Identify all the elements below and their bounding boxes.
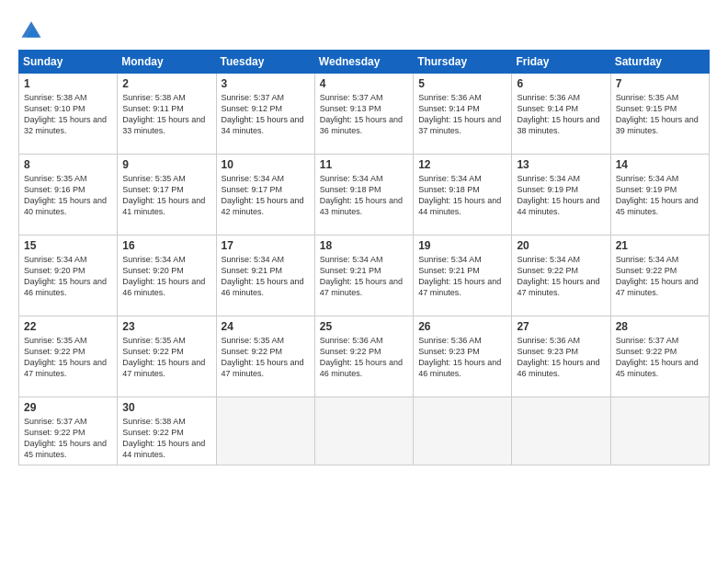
day-number: 6 [517,77,605,90]
day-number: 16 [122,239,210,252]
day-info: Sunrise: 5:34 AMSunset: 9:19 PMDaylight:… [616,173,704,218]
day-info: Sunrise: 5:36 AMSunset: 9:22 PMDaylight:… [320,335,408,380]
day-info: Sunrise: 5:36 AMSunset: 9:23 PMDaylight:… [418,335,506,380]
day-info: Sunrise: 5:34 AMSunset: 9:19 PMDaylight:… [517,173,605,218]
calendar-cell: 25Sunrise: 5:36 AMSunset: 9:22 PMDayligh… [314,316,413,397]
calendar-cell [314,397,413,465]
day-number: 28 [616,320,704,333]
day-number: 22 [24,320,112,333]
calendar-cell: 12Sunrise: 5:34 AMSunset: 9:18 PMDayligh… [414,155,512,236]
day-info: Sunrise: 5:35 AMSunset: 9:22 PMDaylight:… [24,335,112,380]
page: SundayMondayTuesdayWednesdayThursdayFrid… [0,0,728,563]
calendar-cell: 28Sunrise: 5:37 AMSunset: 9:22 PMDayligh… [610,316,709,397]
calendar-cell: 22Sunrise: 5:35 AMSunset: 9:22 PMDayligh… [19,316,118,397]
day-info: Sunrise: 5:34 AMSunset: 9:17 PMDaylight:… [222,173,310,218]
weekday-header-row: SundayMondayTuesdayWednesdayThursdayFrid… [19,51,710,74]
calendar-cell: 3Sunrise: 5:37 AMSunset: 9:12 PMDaylight… [216,74,314,155]
day-number: 2 [122,77,210,90]
calendar-cell: 17Sunrise: 5:34 AMSunset: 9:21 PMDayligh… [216,236,314,316]
day-number: 8 [24,158,112,171]
calendar-cell: 6Sunrise: 5:36 AMSunset: 9:14 PMDaylight… [512,74,610,155]
calendar-cell: 19Sunrise: 5:34 AMSunset: 9:21 PMDayligh… [414,236,512,316]
day-number: 17 [222,239,310,252]
calendar-week-5: 29Sunrise: 5:37 AMSunset: 9:22 PMDayligh… [19,397,710,465]
calendar-cell: 13Sunrise: 5:34 AMSunset: 9:19 PMDayligh… [512,155,610,236]
weekday-saturday: Saturday [610,51,709,74]
calendar-cell: 10Sunrise: 5:34 AMSunset: 9:17 PMDayligh… [216,155,314,236]
weekday-wednesday: Wednesday [314,51,413,74]
calendar-cell [610,397,709,465]
weekday-sunday: Sunday [19,51,118,74]
day-info: Sunrise: 5:38 AMSunset: 9:22 PMDaylight:… [122,416,210,461]
day-info: Sunrise: 5:34 AMSunset: 9:21 PMDaylight:… [222,254,310,299]
calendar-cell: 9Sunrise: 5:35 AMSunset: 9:17 PMDaylight… [118,155,216,236]
calendar-cell: 15Sunrise: 5:34 AMSunset: 9:20 PMDayligh… [19,236,118,316]
day-number: 26 [418,320,506,333]
calendar-cell [414,397,512,465]
calendar-cell: 29Sunrise: 5:37 AMSunset: 9:22 PMDayligh… [19,397,118,465]
day-info: Sunrise: 5:36 AMSunset: 9:14 PMDaylight:… [418,92,506,137]
day-info: Sunrise: 5:35 AMSunset: 9:22 PMDaylight:… [222,335,310,380]
calendar-cell [216,397,314,465]
day-info: Sunrise: 5:34 AMSunset: 9:18 PMDaylight:… [418,173,506,218]
day-number: 20 [517,239,605,252]
day-number: 30 [122,401,210,414]
day-info: Sunrise: 5:34 AMSunset: 9:22 PMDaylight:… [616,254,704,299]
day-info: Sunrise: 5:34 AMSunset: 9:18 PMDaylight:… [320,173,408,218]
calendar-week-1: 1Sunrise: 5:38 AMSunset: 9:10 PMDaylight… [19,74,710,155]
calendar-week-3: 15Sunrise: 5:34 AMSunset: 9:20 PMDayligh… [19,236,710,316]
calendar-cell: 30Sunrise: 5:38 AMSunset: 9:22 PMDayligh… [118,397,216,465]
day-number: 29 [24,401,112,414]
calendar-cell: 4Sunrise: 5:37 AMSunset: 9:13 PMDaylight… [314,74,413,155]
logo-icon [18,17,44,42]
calendar-cell: 2Sunrise: 5:38 AMSunset: 9:11 PMDaylight… [118,74,216,155]
weekday-friday: Friday [512,51,610,74]
calendar-cell: 16Sunrise: 5:34 AMSunset: 9:20 PMDayligh… [118,236,216,316]
day-info: Sunrise: 5:37 AMSunset: 9:22 PMDaylight:… [616,335,704,380]
calendar-table: SundayMondayTuesdayWednesdayThursdayFrid… [18,50,710,465]
calendar-cell: 18Sunrise: 5:34 AMSunset: 9:21 PMDayligh… [314,236,413,316]
day-number: 11 [320,158,408,171]
day-info: Sunrise: 5:37 AMSunset: 9:12 PMDaylight:… [222,92,310,137]
calendar-cell: 8Sunrise: 5:35 AMSunset: 9:16 PMDaylight… [19,155,118,236]
day-info: Sunrise: 5:38 AMSunset: 9:10 PMDaylight:… [24,92,112,137]
day-info: Sunrise: 5:34 AMSunset: 9:20 PMDaylight:… [122,254,210,299]
calendar-cell: 26Sunrise: 5:36 AMSunset: 9:23 PMDayligh… [414,316,512,397]
calendar-cell: 20Sunrise: 5:34 AMSunset: 9:22 PMDayligh… [512,236,610,316]
day-number: 1 [24,77,112,90]
calendar-cell: 27Sunrise: 5:36 AMSunset: 9:23 PMDayligh… [512,316,610,397]
day-number: 7 [616,77,704,90]
day-info: Sunrise: 5:34 AMSunset: 9:21 PMDaylight:… [418,254,506,299]
calendar-cell: 5Sunrise: 5:36 AMSunset: 9:14 PMDaylight… [414,74,512,155]
calendar-cell: 11Sunrise: 5:34 AMSunset: 9:18 PMDayligh… [314,155,413,236]
day-number: 19 [418,239,506,252]
day-number: 13 [517,158,605,171]
day-info: Sunrise: 5:37 AMSunset: 9:22 PMDaylight:… [24,416,112,461]
day-number: 23 [122,320,210,333]
day-number: 15 [24,239,112,252]
header [18,17,710,42]
day-number: 14 [616,158,704,171]
day-info: Sunrise: 5:34 AMSunset: 9:20 PMDaylight:… [24,254,112,299]
day-number: 18 [320,239,408,252]
day-number: 12 [418,158,506,171]
day-info: Sunrise: 5:37 AMSunset: 9:13 PMDaylight:… [320,92,408,137]
weekday-tuesday: Tuesday [216,51,314,74]
calendar-cell: 14Sunrise: 5:34 AMSunset: 9:19 PMDayligh… [610,155,709,236]
weekday-monday: Monday [118,51,216,74]
weekday-thursday: Thursday [414,51,512,74]
day-info: Sunrise: 5:35 AMSunset: 9:15 PMDaylight:… [616,92,704,137]
day-number: 24 [222,320,310,333]
day-info: Sunrise: 5:34 AMSunset: 9:22 PMDaylight:… [517,254,605,299]
calendar-cell: 24Sunrise: 5:35 AMSunset: 9:22 PMDayligh… [216,316,314,397]
calendar-cell [512,397,610,465]
day-info: Sunrise: 5:34 AMSunset: 9:21 PMDaylight:… [320,254,408,299]
calendar-cell: 23Sunrise: 5:35 AMSunset: 9:22 PMDayligh… [118,316,216,397]
day-number: 21 [616,239,704,252]
calendar-cell: 1Sunrise: 5:38 AMSunset: 9:10 PMDaylight… [19,74,118,155]
calendar-week-4: 22Sunrise: 5:35 AMSunset: 9:22 PMDayligh… [19,316,710,397]
day-number: 9 [122,158,210,171]
day-info: Sunrise: 5:36 AMSunset: 9:14 PMDaylight:… [517,92,605,137]
day-info: Sunrise: 5:35 AMSunset: 9:17 PMDaylight:… [122,173,210,218]
day-info: Sunrise: 5:38 AMSunset: 9:11 PMDaylight:… [122,92,210,137]
